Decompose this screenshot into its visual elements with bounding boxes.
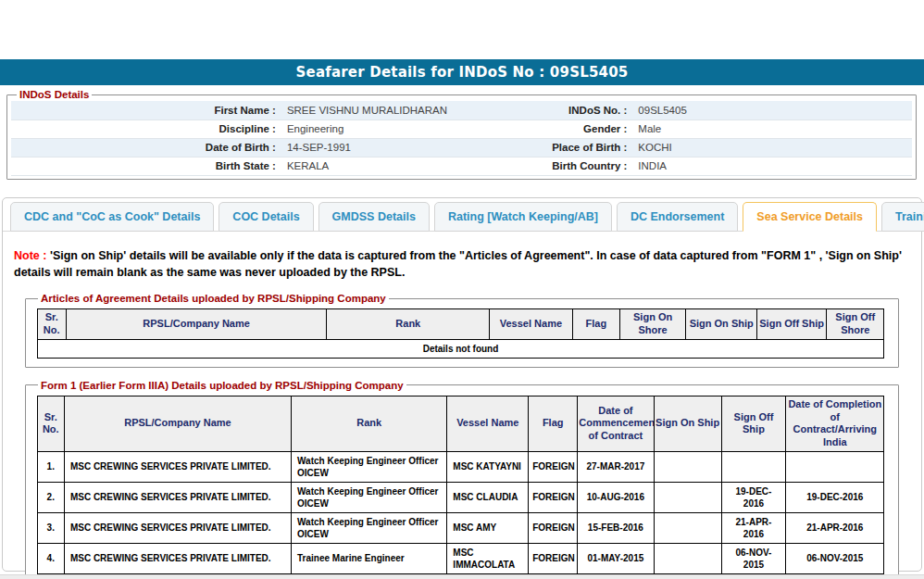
column-header: Sr. No.	[37, 309, 66, 340]
sign-on-ship-cell	[654, 543, 721, 573]
commencement-date-cell: 15-FEB-2016	[578, 512, 654, 543]
column-header: Rank	[292, 396, 447, 451]
field-label: Gender :	[461, 120, 632, 138]
tab[interactable]: Rating [Watch Keeping/AB]	[434, 202, 612, 232]
field-label: First Name :	[11, 101, 281, 120]
rank-cell: Trainee Marine Engineer	[292, 543, 447, 573]
tab-content: Note : 'Sign on Ship' details will be av…	[3, 232, 921, 579]
commencement-date-cell: 01-MAY-2015	[578, 543, 654, 573]
column-header: Date of Completion of Contract/Arriving …	[786, 396, 884, 451]
flag-cell: FOREIGN	[529, 482, 578, 512]
field-label: Birth State :	[11, 157, 281, 175]
table-header-row: Sr. No. RPSL/Company Name Rank Vessel Na…	[37, 309, 884, 340]
column-header: Sign On Shore	[619, 309, 685, 340]
indos-details-row: Birth State : KERALA Birth Country : IND…	[11, 157, 912, 175]
field-value: KERALA	[281, 157, 462, 175]
sign-off-ship-cell	[721, 451, 786, 482]
tab[interactable]: CDC and "CoC as Cook" Details	[10, 202, 214, 232]
column-header: Vessel Name	[447, 396, 529, 451]
tab[interactable]: Sea Service Details	[743, 202, 877, 232]
field-value: SREE VISHNU MURALIDHARAN	[281, 101, 462, 120]
column-header: RPSL/Company Name	[66, 309, 327, 340]
column-header: Sr. No.	[37, 396, 64, 451]
vessel-name-cell: MSC AMY	[447, 512, 529, 543]
vessel-name-cell: MSC CLAUDIA	[447, 482, 529, 512]
commencement-date-cell: 27-MAR-2017	[578, 451, 654, 482]
sign-on-ship-cell	[654, 451, 721, 482]
indos-details-row: Date of Birth : 14-SEP-1991 Place of Bir…	[11, 138, 912, 157]
tab-strip: CDC and "CoC as Cook" Details COC Detail…	[3, 198, 921, 232]
form1-legend: Form 1 (Earlier Form IIIA) Details uploa…	[38, 380, 406, 391]
form1-section: Form 1 (Earlier Form IIIA) Details uploa…	[25, 380, 899, 579]
field-value: Male	[632, 120, 912, 138]
table-row: 4. MSC CREWING SERVICES PRIVATE LIMITED.…	[37, 543, 884, 573]
tab[interactable]: GMDSS Details	[318, 202, 430, 232]
field-label: Date of Birth :	[11, 138, 281, 157]
column-header: Sign Off Shore	[827, 309, 884, 340]
rank-cell: Watch Keeping Engineer Officer OICEW	[292, 451, 447, 482]
field-value: Engineering	[281, 120, 462, 138]
sr-no-cell: 4.	[37, 543, 64, 573]
empty-row: Details not found	[37, 339, 884, 358]
tab[interactable]: COC Details	[219, 202, 313, 232]
indos-details-row: Discipline : Engineering Gender : Male	[11, 120, 912, 138]
column-header: Sign Off Ship	[757, 309, 827, 340]
column-header: Date of Commencement of Contract	[578, 396, 654, 451]
table-row: 2. MSC CREWING SERVICES PRIVATE LIMITED.…	[37, 482, 884, 512]
indos-details-legend: INDoS Details	[17, 89, 92, 100]
tab[interactable]: Training Details	[881, 202, 924, 232]
indos-details-row: First Name : SREE VISHNU MURALIDHARAN IN…	[11, 101, 912, 120]
vessel-name-cell: MSC IMMACOLATA	[447, 543, 529, 573]
sr-no-cell: 3.	[37, 512, 64, 543]
sr-no-cell: 1.	[37, 451, 64, 482]
column-header: Sign On Ship	[654, 396, 721, 451]
note-label: Note :	[14, 249, 46, 262]
form1-table: Sr. No. RPSL/Company Name Rank Vessel Na…	[37, 396, 885, 579]
indos-details-table: First Name : SREE VISHNU MURALIDHARAN IN…	[11, 101, 912, 176]
company-name-cell: MSC CREWING SERVICES PRIVATE LIMITED.	[64, 512, 291, 543]
note-text: 'Sign on Ship' details will be available…	[14, 249, 902, 279]
sign-on-ship-cell	[654, 512, 721, 543]
sign-off-ship-cell: 06-NOV-2015	[721, 543, 786, 573]
field-value: 09SL5405	[632, 101, 912, 120]
column-header: Flag	[529, 396, 578, 451]
vessel-name-cell: MSC KATYAYNI	[447, 451, 529, 482]
page-bottom-strip	[0, 574, 924, 579]
rank-cell: Watch Keeping Engineer Officer OICEW	[292, 482, 447, 512]
completion-date-cell: 06-NOV-2015	[786, 543, 884, 573]
field-label: Discipline :	[11, 120, 281, 138]
table-row: 3. MSC CREWING SERVICES PRIVATE LIMITED.…	[37, 512, 884, 543]
field-value: 14-SEP-1991	[281, 138, 462, 157]
completion-date-cell: 21-APR-2016	[786, 512, 884, 543]
completion-date-cell	[786, 451, 884, 482]
field-label: Place of Birth :	[461, 138, 632, 157]
column-header: Vessel Name	[490, 309, 573, 340]
column-header: RPSL/Company Name	[64, 396, 291, 451]
column-header: Sign Off Ship	[721, 396, 786, 451]
sign-on-ship-cell	[654, 482, 721, 512]
rank-cell: Watch Keeping Engineer Officer OICEW	[292, 512, 447, 543]
articles-of-agreement-section: Articles of Agreement Details uploaded b…	[25, 293, 899, 368]
tab[interactable]: DC Endorsement	[617, 202, 738, 232]
sign-off-ship-cell: 19-DEC-2016	[721, 482, 786, 512]
field-value: KOCHI	[632, 138, 912, 157]
articles-of-agreement-table: Sr. No. RPSL/Company Name Rank Vessel Na…	[37, 308, 885, 359]
sr-no-cell: 2.	[37, 482, 64, 512]
note: Note : 'Sign on Ship' details will be av…	[14, 247, 912, 281]
page-title: Seafarer Details for INDoS No : 09SL5405	[0, 59, 924, 85]
tab-panel: CDC and "CoC as Cook" Details COC Detail…	[2, 197, 922, 572]
seafarer-details-page: Seafarer Details for INDoS No : 09SL5405…	[0, 0, 924, 579]
flag-cell: FOREIGN	[529, 451, 578, 482]
articles-of-agreement-legend: Articles of Agreement Details uploaded b…	[38, 293, 389, 304]
details-not-found-message: Details not found	[37, 339, 884, 358]
flag-cell: FOREIGN	[529, 543, 578, 573]
indos-details-section: INDoS Details First Name : SREE VISHNU M…	[6, 89, 917, 180]
table-row: 1. MSC CREWING SERVICES PRIVATE LIMITED.…	[37, 451, 884, 482]
company-name-cell: MSC CREWING SERVICES PRIVATE LIMITED.	[64, 451, 291, 482]
field-value: INDIA	[632, 157, 912, 175]
column-header: Sign On Ship	[686, 309, 757, 340]
company-name-cell: MSC CREWING SERVICES PRIVATE LIMITED.	[64, 543, 291, 573]
completion-date-cell: 19-DEC-2016	[786, 482, 884, 512]
column-header: Rank	[327, 309, 490, 340]
commencement-date-cell: 10-AUG-2016	[578, 482, 654, 512]
